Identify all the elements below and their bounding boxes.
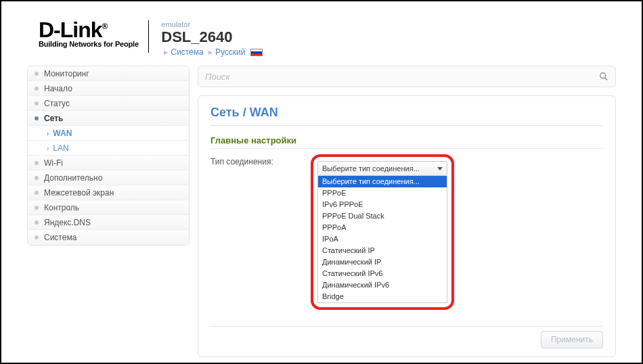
search-icon <box>599 72 608 81</box>
chevron-right-icon: › <box>47 145 49 152</box>
sidebar-item-status[interactable]: Статус <box>28 96 189 111</box>
option-dynamic-ipv6[interactable]: Динамический IPv6 <box>318 279 447 291</box>
model-name: DSL_2640 <box>161 28 263 46</box>
sidebar-item-label: Wi-Fi <box>44 158 63 168</box>
sidebar-item-label: Система <box>44 233 76 242</box>
chevron-right-icon: ▸ <box>164 47 168 57</box>
sidebar-item-system[interactable]: Система <box>28 230 189 245</box>
connection-type-row: Тип соединения: Выберите тип соединения.… <box>210 154 603 310</box>
logo: D-Link® Building Networks for People <box>39 20 149 53</box>
russia-flag-icon <box>250 49 263 56</box>
connection-type-select[interactable]: Выберите тип соединения... <box>317 161 447 176</box>
sidebar-item-control[interactable]: Контроль <box>28 200 189 215</box>
option-bridge[interactable]: Bridge <box>318 291 447 302</box>
emulator-label: emulator <box>161 20 263 28</box>
bullet-icon <box>35 191 39 195</box>
chevron-right-icon: › <box>47 130 49 137</box>
option-placeholder[interactable]: Выберите тип соединения... <box>318 176 447 187</box>
sidebar-subitem-wan[interactable]: ›WAN <box>28 126 189 141</box>
sidebar-item-yandexdns[interactable]: Яндекс.DNS <box>28 215 189 230</box>
dropdown-highlight: Выберите тип соединения... Выберите тип … <box>311 154 454 310</box>
sidebar-item-network[interactable]: Сеть <box>28 111 189 126</box>
sidebar-item-label: WAN <box>53 129 72 138</box>
divider <box>210 326 603 327</box>
sidebar-item-label: Начало <box>44 84 72 93</box>
sidebar-item-wifi[interactable]: Wi-Fi <box>28 156 189 170</box>
option-static-ipv6[interactable]: Статический IPv6 <box>318 268 447 279</box>
apply-button[interactable]: Применить <box>541 331 603 348</box>
nav: Мониторинг Начало Статус Сеть ›WAN ›LAN … <box>27 66 190 246</box>
bullet-icon <box>35 87 39 91</box>
option-static-ip[interactable]: Статический IP <box>318 245 447 256</box>
bullet-icon <box>35 235 39 240</box>
sidebar-item-start[interactable]: Начало <box>28 81 189 96</box>
page-title: Сеть / WAN <box>210 106 603 120</box>
bullet-icon <box>35 101 39 106</box>
bullet-icon <box>35 221 39 225</box>
sidebar-item-label: Яндекс.DNS <box>44 218 91 227</box>
sidebar-item-label: LAN <box>53 143 68 153</box>
select-value: Выберите тип соединения... <box>322 164 420 173</box>
divider <box>210 148 603 149</box>
bullet-icon <box>35 116 39 120</box>
sidebar-item-firewall[interactable]: Межсетевой экран <box>28 185 189 200</box>
breadcrumb-system[interactable]: Система <box>171 47 203 57</box>
chevron-right-icon: ▸ <box>208 47 213 57</box>
sidebar-item-label: Дополнительно <box>44 173 102 183</box>
logo-subtitle: Building Networks for People <box>39 40 139 48</box>
sidebar: Мониторинг Начало Статус Сеть ›WAN ›LAN … <box>27 66 190 357</box>
svg-line-1 <box>605 78 608 81</box>
connection-type-label: Тип соединения: <box>210 154 311 166</box>
breadcrumb: ▸Система ▸Русский <box>161 47 263 57</box>
breadcrumb-language[interactable]: Русский <box>215 47 246 57</box>
sidebar-item-label: Контроль <box>44 203 79 212</box>
sidebar-item-monitoring[interactable]: Мониторинг <box>28 66 189 81</box>
sidebar-item-advanced[interactable]: Дополнительно <box>28 170 189 185</box>
sidebar-item-label: Межсетевой экран <box>44 188 114 198</box>
bullet-icon <box>35 72 39 76</box>
option-pppoe-dualstack[interactable]: PPPoE Dual Stack <box>318 210 447 222</box>
search-box[interactable] <box>198 66 616 87</box>
sidebar-item-label: Мониторинг <box>44 69 89 78</box>
content-panel: Сеть / WAN Главные настройки Тип соедине… <box>198 95 616 357</box>
main: Сеть / WAN Главные настройки Тип соедине… <box>198 66 616 357</box>
divider <box>210 125 603 126</box>
option-ipoa[interactable]: IPoA <box>318 233 447 245</box>
option-pppoe[interactable]: PPPoE <box>318 187 447 199</box>
sidebar-subitem-lan[interactable]: ›LAN <box>28 141 189 156</box>
section-title: Главные настройки <box>210 135 603 145</box>
option-dynamic-ip[interactable]: Динамический IP <box>318 256 447 268</box>
bullet-icon <box>35 176 39 180</box>
header: D-Link® Building Networks for People emu… <box>1 1 642 66</box>
bullet-icon <box>35 206 39 210</box>
option-ipv6-pppoe[interactable]: IPv6 PPPoE <box>318 199 447 210</box>
option-pppoa[interactable]: PPPoA <box>318 222 447 233</box>
connection-type-options: Выберите тип соединения... PPPoE IPv6 PP… <box>317 176 447 303</box>
logo-text: D-Link® <box>39 20 139 40</box>
model-block: emulator DSL_2640 ▸Система ▸Русский <box>152 20 263 57</box>
chevron-down-icon <box>437 167 443 170</box>
sidebar-item-label: Сеть <box>44 114 63 123</box>
sidebar-item-label: Статус <box>44 99 70 108</box>
bullet-icon <box>35 161 39 165</box>
search-input[interactable] <box>205 72 599 82</box>
svg-point-0 <box>600 73 606 78</box>
